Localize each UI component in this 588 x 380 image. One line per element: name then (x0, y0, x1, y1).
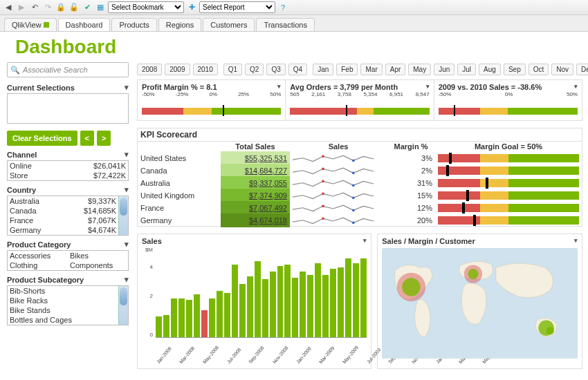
forward-icon[interactable]: ▶ (16, 2, 27, 13)
tab-customers[interactable]: Customers (203, 18, 255, 31)
table-row[interactable]: United Kingdom$7,374,90915% (138, 189, 582, 201)
lock-icon[interactable]: 🔒 (55, 2, 66, 13)
unlock-icon[interactable]: 🔓 (68, 2, 80, 13)
month-pill[interactable]: Nov (551, 64, 573, 75)
product-subcategory-listbox[interactable]: Bib-Shorts Bike Racks Bike Stands Bottle… (7, 285, 129, 325)
back-icon[interactable]: ◀ (3, 2, 14, 13)
bar[interactable] (178, 298, 185, 337)
bar[interactable] (292, 278, 298, 337)
chevron-down-icon[interactable]: ▾ (277, 83, 281, 91)
month-pill[interactable]: Dec (576, 64, 588, 75)
svg-point-2 (322, 167, 324, 170)
bookmark-add-icon[interactable]: ✚ (186, 2, 197, 13)
channel-listbox[interactable]: Online$26,041K Store$72,422K (7, 160, 129, 181)
chevron-down-icon[interactable]: ▾ (363, 237, 367, 245)
kpi-gauge: 2009 vs. 2010 Sales = -38.6%▾-50%0%50% (434, 79, 582, 121)
year-pill[interactable]: 2008 (137, 64, 162, 75)
bar[interactable] (262, 279, 268, 337)
svg-point-15 (468, 269, 479, 279)
svg-point-11 (352, 222, 355, 225)
bar[interactable] (322, 275, 329, 337)
col-margin: Margin % (387, 142, 435, 151)
table-row[interactable]: France$7,067,49212% (138, 201, 582, 213)
world-map[interactable] (382, 248, 578, 359)
bar[interactable] (232, 265, 238, 337)
nav-next-button[interactable]: > (97, 131, 111, 146)
product-category-listbox[interactable]: AccessoriesBikes ClothingComponents (7, 250, 129, 271)
year-pill[interactable]: 2010 (193, 64, 218, 75)
bar[interactable] (255, 261, 261, 337)
year-pill[interactable]: 2009 (165, 64, 190, 75)
bar[interactable] (300, 272, 306, 337)
country-header[interactable]: Country▾ (7, 185, 129, 194)
bar[interactable] (360, 258, 367, 337)
bar[interactable] (315, 263, 321, 338)
bar[interactable] (247, 276, 253, 337)
month-pill[interactable]: Jun (434, 64, 454, 75)
month-pill[interactable]: Mar (360, 64, 382, 75)
month-pill[interactable]: Feb (336, 64, 358, 75)
scrollbar[interactable] (118, 196, 128, 235)
tab-qlikview[interactable]: QlikView (4, 18, 57, 31)
table-row[interactable]: United States$55,325,5313% (138, 151, 582, 164)
quarter-pill[interactable]: Q2 (245, 64, 264, 75)
current-selections-header[interactable]: Current Selections▾ (7, 83, 129, 92)
report-select[interactable]: Select Report (199, 1, 275, 13)
tab-products[interactable]: Products (111, 18, 156, 31)
month-pill[interactable]: Jul (457, 64, 476, 75)
bar[interactable] (284, 265, 291, 337)
bar[interactable] (345, 258, 351, 337)
clear-icon[interactable]: ✔ (82, 2, 93, 13)
tab-transactions[interactable]: Transactions (256, 18, 315, 31)
quarter-pill[interactable]: Q1 (223, 64, 242, 75)
month-pill[interactable]: Apr (385, 64, 406, 75)
bar[interactable] (163, 315, 169, 337)
month-pill[interactable]: Oct (529, 64, 549, 75)
month-pill[interactable]: May (408, 64, 431, 75)
bar[interactable] (156, 316, 162, 337)
tab-regions[interactable]: Regions (158, 18, 201, 31)
bar[interactable] (338, 267, 344, 337)
clear-selections-button[interactable]: Clear Selections (7, 131, 77, 146)
bar[interactable] (239, 284, 246, 337)
bar[interactable] (277, 266, 284, 337)
bar[interactable] (186, 300, 192, 337)
bar[interactable] (224, 293, 230, 338)
table-row[interactable]: Canada$14,684,7272% (138, 164, 582, 176)
month-pill[interactable]: Sep (504, 64, 526, 75)
quarter-pill[interactable]: Q3 (266, 64, 285, 75)
table-row[interactable]: Germany$4,674,01820% (138, 213, 582, 226)
bar[interactable] (270, 272, 276, 337)
undo-icon[interactable]: ↶ (29, 2, 40, 13)
bar[interactable] (194, 294, 200, 337)
nav-prev-button[interactable]: < (80, 131, 94, 146)
scrollbar[interactable] (118, 286, 128, 325)
chevron-down-icon[interactable]: ▾ (574, 237, 578, 245)
month-pill[interactable]: Aug (479, 64, 501, 75)
country-listbox[interactable]: Australia$9,337K Canada$14,685K France$7… (7, 196, 129, 236)
redo-icon[interactable]: ↷ (42, 2, 53, 13)
search-input[interactable]: 🔍 Associative Search (7, 62, 129, 77)
svg-point-9 (352, 209, 355, 212)
bar[interactable] (201, 310, 208, 337)
bar[interactable] (307, 275, 313, 337)
bar[interactable] (171, 298, 177, 337)
bar[interactable] (217, 291, 223, 337)
tab-dashboard[interactable]: Dashboard (58, 18, 111, 31)
date-filter-row: 2008 2009 2010 Q1 Q2 Q3 Q4 Jan Feb Mar A… (137, 64, 582, 75)
bar[interactable] (353, 263, 359, 338)
chevron-down-icon[interactable]: ▾ (574, 83, 578, 91)
bookmark-select[interactable]: Select Bookmark (108, 1, 184, 13)
bar[interactable] (209, 298, 215, 337)
product-subcategory-header[interactable]: Product Subcategory▾ (7, 275, 129, 284)
chevron-down-icon[interactable]: ▾ (426, 83, 430, 91)
svg-point-17 (546, 327, 554, 334)
product-category-header[interactable]: Product Category▾ (7, 240, 129, 249)
channel-header[interactable]: Channel▾ (7, 150, 129, 159)
table-row[interactable]: Australia$9,337,05531% (138, 176, 582, 189)
layout-icon[interactable]: ▦ (95, 2, 106, 13)
bar[interactable] (330, 269, 336, 337)
help-icon[interactable]: ? (277, 2, 288, 13)
quarter-pill[interactable]: Q4 (288, 64, 307, 75)
month-pill[interactable]: Jan (313, 64, 333, 75)
